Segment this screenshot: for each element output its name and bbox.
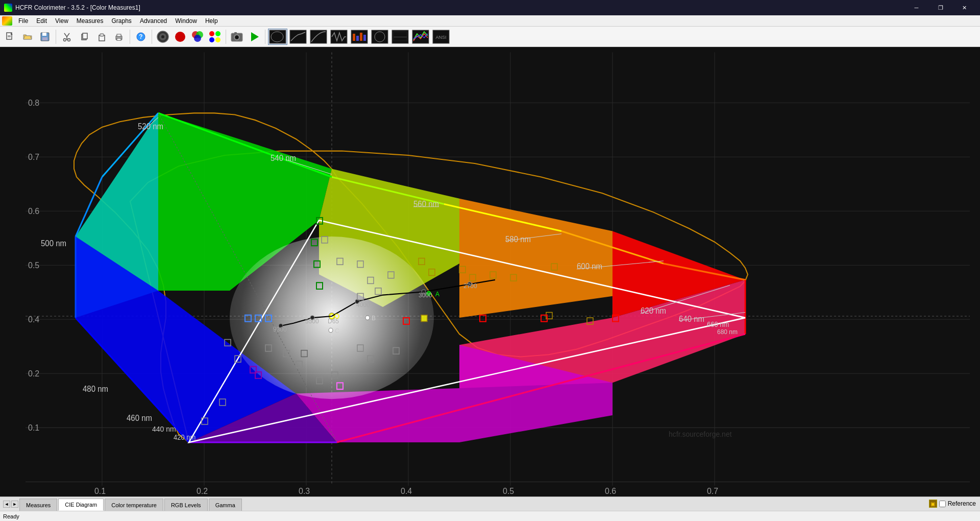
svg-text:640 nm: 640 nm (679, 314, 704, 323)
svg-point-128 (365, 316, 370, 320)
measure-red-button[interactable] (172, 29, 188, 45)
svg-text:0.6: 0.6 (605, 486, 616, 495)
svg-point-130 (329, 328, 333, 332)
svg-point-7 (64, 38, 66, 41)
new-button[interactable] (2, 29, 18, 45)
app-title: HCFR Colorimeter - 3.5.2 - [Color Measur… (15, 4, 140, 11)
svg-rect-4 (42, 33, 46, 36)
tab-prev-button[interactable]: ◄ (3, 501, 10, 508)
graph-scope-button[interactable] (390, 29, 410, 45)
svg-text:680 nm: 680 nm (717, 328, 738, 336)
status-text: Ready (3, 513, 19, 519)
svg-rect-14 (117, 34, 121, 36)
svg-text:0.8: 0.8 (28, 98, 39, 107)
svg-text:A: A (435, 290, 440, 297)
svg-text:hcfr.sourceforge.net: hcfr.sourceforge.net (669, 430, 732, 438)
close-button[interactable]: ✕ (953, 0, 976, 15)
svg-text:ANSI: ANSI (435, 35, 446, 40)
print-button[interactable] (111, 29, 127, 45)
svg-text:9300: 9300 (273, 325, 287, 333)
copy-button[interactable] (76, 29, 92, 45)
reference-checkbox[interactable] (939, 501, 946, 507)
svg-text:420 nm: 420 nm (174, 433, 195, 441)
svg-text:0.4: 0.4 (401, 486, 412, 495)
tab-cie-diagram[interactable]: CIE Diagram (58, 499, 104, 511)
menu-window[interactable]: Window (171, 15, 201, 26)
status-icon: ▣ (929, 500, 937, 508)
measure-colors-button[interactable] (189, 29, 206, 45)
svg-text:C: C (335, 327, 339, 334)
graph-ansi-button[interactable]: ANSI (431, 29, 451, 45)
svg-text:460 nm: 460 nm (127, 413, 152, 422)
svg-rect-12 (100, 34, 104, 36)
svg-point-26 (215, 31, 220, 36)
restore-button[interactable]: ❐ (929, 0, 952, 15)
camera-button[interactable] (229, 29, 245, 45)
reference-area: ▣ Reference (929, 500, 976, 508)
svg-text:4000: 4000 (356, 301, 370, 309)
svg-point-31 (235, 36, 238, 39)
title-bar: HCFR Colorimeter - 3.5.2 - [Color Measur… (0, 0, 980, 15)
menu-graphs[interactable]: Graphs (108, 15, 136, 26)
toolbar-sep-3 (152, 30, 152, 44)
main-content: A B C 0.8 0.7 0.6 0.5 0.4 0.2 0.1 0.1 0.… (0, 47, 980, 496)
menu-advanced[interactable]: Advanced (136, 15, 171, 26)
svg-text:B: B (372, 315, 376, 322)
toolbar-sep-4 (226, 30, 226, 44)
menu-measures[interactable]: Measures (72, 15, 108, 26)
toolbar: ? ANSI (0, 27, 980, 47)
menu-help[interactable]: Help (201, 15, 222, 26)
svg-text:540 nm: 540 nm (271, 153, 296, 162)
tab-measures[interactable]: Measures (19, 499, 57, 511)
menu-view[interactable]: View (51, 15, 72, 26)
svg-text:600 nm: 600 nm (577, 262, 602, 270)
app-logo (2, 16, 12, 26)
svg-rect-15 (117, 38, 121, 40)
svg-text:500 nm: 500 nm (41, 239, 66, 248)
svg-rect-40 (353, 34, 355, 41)
measure-all-button[interactable] (207, 29, 223, 45)
save-button[interactable] (37, 29, 53, 45)
graph-cie-button[interactable] (268, 29, 287, 45)
colorimeter-button[interactable] (155, 29, 171, 45)
tab-color-temperature[interactable]: Color temperature (105, 499, 163, 511)
graph-vectorscope-button[interactable] (370, 29, 389, 45)
paste-button[interactable] (93, 29, 110, 45)
tab-rgb-levels[interactable]: RGB Levels (164, 499, 208, 511)
svg-text:0.4: 0.4 (28, 314, 39, 324)
svg-text:440 nm: 440 nm (152, 424, 176, 433)
svg-text:0.2: 0.2 (197, 486, 208, 495)
graph-waveform-button[interactable] (329, 29, 349, 45)
menu-bar: File Edit View Measures Graphs Advanced … (0, 15, 980, 27)
svg-rect-10 (83, 33, 87, 39)
toolbar-sep-1 (56, 30, 56, 44)
svg-rect-32 (234, 32, 237, 34)
graph-rgb-button[interactable] (411, 29, 430, 45)
menu-file[interactable]: File (14, 15, 32, 26)
tab-next-button[interactable]: ► (11, 501, 18, 508)
svg-text:520 nm: 520 nm (138, 122, 163, 131)
minimize-button[interactable]: ─ (905, 0, 928, 15)
svg-text:0.3: 0.3 (299, 486, 310, 495)
svg-rect-42 (360, 33, 362, 41)
graph-levels-button[interactable] (288, 29, 308, 45)
menu-edit[interactable]: Edit (32, 15, 51, 26)
svg-rect-44 (372, 30, 388, 43)
cut-button[interactable] (59, 29, 75, 45)
svg-marker-33 (251, 32, 259, 41)
graph-color-temp-button[interactable] (350, 29, 369, 45)
help-button[interactable]: ? (133, 29, 149, 45)
svg-text:0.7: 0.7 (707, 486, 718, 495)
open-button[interactable] (19, 29, 36, 45)
svg-text:0.7: 0.7 (28, 152, 39, 161)
tab-container: ◄ ► Measures CIE Diagram Color temperatu… (0, 496, 980, 511)
svg-rect-41 (356, 36, 359, 41)
svg-point-28 (215, 37, 220, 42)
play-button[interactable] (246, 29, 262, 45)
svg-point-20 (161, 35, 164, 38)
svg-text:660 nm: 660 nm (707, 321, 729, 328)
svg-text:5500: 5500 (305, 317, 319, 324)
graph-gamma-button[interactable] (309, 29, 328, 45)
svg-text:0.1: 0.1 (94, 486, 106, 495)
tab-gamma[interactable]: Gamma (209, 499, 242, 511)
